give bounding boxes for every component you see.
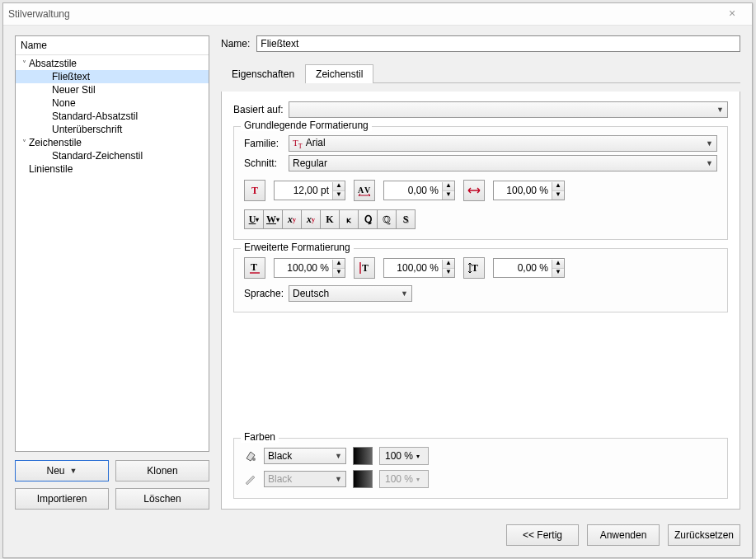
chevron-down-icon: ▼ bbox=[706, 139, 713, 148]
based-on-select[interactable]: ▼ bbox=[289, 101, 728, 118]
baseline-shift-icon: T bbox=[463, 257, 485, 279]
tree-item[interactable]: Linienstile bbox=[16, 162, 209, 176]
family-label: Familie: bbox=[244, 138, 285, 149]
delete-style-button[interactable]: Löschen bbox=[115, 488, 209, 510]
style-tree: Name ˅AbsatzstileFließtextNeuer StilNone… bbox=[15, 35, 209, 452]
tab-properties[interactable]: Eigenschaften bbox=[221, 64, 305, 83]
style-manager-window: Stilverwaltung × Name ˅AbsatzstileFließt… bbox=[2, 2, 753, 558]
underline-word-icon[interactable]: W▾ bbox=[263, 209, 282, 229]
width-scale-input[interactable]: ▲▼ bbox=[274, 258, 345, 278]
new-style-button[interactable]: Neu ▼ bbox=[15, 460, 109, 481]
chevron-down-icon: ▼ bbox=[401, 289, 408, 298]
underline-icon[interactable]: U▾ bbox=[244, 209, 263, 229]
tree-item[interactable]: Unterüberschrift bbox=[16, 123, 209, 136]
tree-item[interactable]: ˅Absatzstile bbox=[16, 57, 209, 70]
font-family-select[interactable]: TTArial ▼ bbox=[289, 135, 717, 152]
language-label: Sprache: bbox=[244, 288, 284, 299]
tree-item-label: Standard-Absatzstil bbox=[52, 110, 138, 122]
colors-group: Farben Black ▼ 100 %▾ bbox=[233, 438, 728, 499]
apply-button[interactable]: Anwenden bbox=[587, 524, 660, 546]
based-on-label: Basiert auf: bbox=[233, 104, 284, 115]
fill-icon bbox=[244, 449, 257, 463]
tree-item-label: Unterüberschrift bbox=[52, 124, 122, 135]
font-size-icon: T bbox=[244, 180, 265, 201]
outline-icon[interactable]: Q bbox=[377, 209, 396, 229]
subscript-icon[interactable]: xy bbox=[282, 209, 301, 229]
svg-text:T: T bbox=[251, 262, 257, 273]
chevron-down-icon[interactable]: ˅ bbox=[19, 139, 29, 148]
tree-item[interactable]: Neuer Stil bbox=[16, 83, 209, 96]
allcaps-icon[interactable]: K bbox=[320, 209, 339, 229]
fill-opacity[interactable]: 100 %▾ bbox=[379, 447, 429, 465]
fill-swatch[interactable] bbox=[353, 447, 373, 465]
tab-character-style[interactable]: Zeichenstil bbox=[305, 64, 373, 83]
smallcaps-icon[interactable]: ᴋ bbox=[339, 209, 358, 229]
step-down-icon[interactable]: ▼ bbox=[552, 191, 564, 200]
height-scale-input[interactable]: ▲▼ bbox=[383, 258, 455, 278]
svg-text:T: T bbox=[362, 262, 369, 274]
tree-header: Name bbox=[16, 36, 209, 55]
font-style-select[interactable]: Regular ▼ bbox=[289, 155, 717, 171]
hscale-icon bbox=[463, 180, 485, 201]
name-label: Name: bbox=[221, 38, 250, 49]
chevron-down-icon: ▼ bbox=[70, 467, 77, 475]
tree-item[interactable]: None bbox=[16, 96, 209, 110]
chevron-down-icon: ▼ bbox=[335, 452, 342, 460]
svg-point-5 bbox=[252, 458, 256, 461]
stroke-opacity: 100 %▾ bbox=[379, 470, 429, 488]
tree-item[interactable]: Standard-Absatzstil bbox=[16, 110, 209, 123]
svg-text:V: V bbox=[364, 186, 371, 195]
tree-item-label: Standard-Zeichenstil bbox=[52, 150, 143, 162]
basic-formatting-group: Grundlegende Formatierung Familie: TTAri… bbox=[233, 126, 728, 240]
svg-text:A: A bbox=[358, 186, 364, 195]
hscale-input[interactable]: ▲▼ bbox=[493, 181, 565, 200]
shadow-icon[interactable]: S bbox=[396, 209, 416, 229]
stroke-icon bbox=[244, 472, 257, 486]
stroke-color-select: Black ▼ bbox=[264, 471, 346, 487]
baseline-shift-input[interactable]: ▲▼ bbox=[493, 258, 565, 278]
svg-text:T: T bbox=[472, 262, 478, 274]
tree-item-label: Neuer Stil bbox=[52, 84, 96, 96]
done-button[interactable]: << Fertig bbox=[506, 524, 579, 546]
step-up-icon[interactable]: ▲ bbox=[552, 182, 564, 191]
superscript-icon[interactable]: xy bbox=[301, 209, 320, 229]
step-up-icon[interactable]: ▲ bbox=[333, 182, 345, 191]
chevron-down-icon: ▼ bbox=[335, 475, 342, 483]
width-scale-icon: T bbox=[244, 257, 265, 279]
chevron-down-icon: ▼ bbox=[716, 106, 724, 114]
tree-item-label: Zeichenstile bbox=[29, 137, 82, 148]
tab-strip: Eigenschaften Zeichenstil bbox=[221, 63, 740, 83]
chevron-down-icon: ▼ bbox=[706, 159, 713, 167]
tree-item[interactable]: Standard-Zeichenstil bbox=[16, 149, 209, 162]
language-select[interactable]: Deutsch ▼ bbox=[289, 285, 412, 302]
advanced-formatting-group: Erweiterte Formatierung T ▲▼ T bbox=[233, 248, 728, 312]
style-name-input[interactable] bbox=[256, 35, 740, 52]
tracking-input[interactable]: ▲▼ bbox=[383, 181, 455, 200]
cut-label: Schnitt: bbox=[244, 157, 285, 169]
tree-item-label: Linienstile bbox=[29, 163, 73, 175]
reset-button[interactable]: Zurücksetzen bbox=[668, 524, 740, 546]
clone-style-button[interactable]: Klonen bbox=[115, 460, 209, 481]
step-down-icon[interactable]: ▼ bbox=[443, 191, 454, 200]
tree-item-label: Absatzstile bbox=[29, 58, 77, 69]
strike-icon[interactable]: Ꝗ bbox=[358, 209, 377, 229]
chevron-down-icon[interactable]: ˅ bbox=[19, 59, 29, 68]
tree-item[interactable]: ˅Zeichenstile bbox=[16, 136, 209, 149]
step-up-icon[interactable]: ▲ bbox=[443, 182, 454, 191]
tree-item-label: Fließtext bbox=[52, 71, 90, 82]
fill-color-select[interactable]: Black ▼ bbox=[264, 448, 346, 464]
text-effect-toolbar: U▾ W▾ xy xy K ᴋ Ꝗ Q S bbox=[244, 209, 416, 229]
tree-item-label: None bbox=[52, 97, 76, 109]
truetype-icon: TT bbox=[293, 138, 303, 148]
step-down-icon[interactable]: ▼ bbox=[333, 191, 345, 200]
tab-page-character: Basiert auf: ▼ Grundlegende Formatierung… bbox=[221, 92, 740, 510]
height-scale-icon: T bbox=[354, 257, 375, 279]
close-icon[interactable]: × bbox=[717, 6, 747, 22]
window-title: Stilverwaltung bbox=[8, 8, 70, 20]
stroke-swatch bbox=[353, 470, 373, 488]
font-size-input[interactable]: ▲▼ bbox=[274, 181, 345, 200]
tree-item[interactable]: Fließtext bbox=[16, 70, 209, 83]
titlebar: Stilverwaltung × bbox=[3, 3, 752, 26]
tracking-icon: AV bbox=[354, 180, 375, 201]
import-style-button[interactable]: Importieren bbox=[15, 488, 109, 510]
